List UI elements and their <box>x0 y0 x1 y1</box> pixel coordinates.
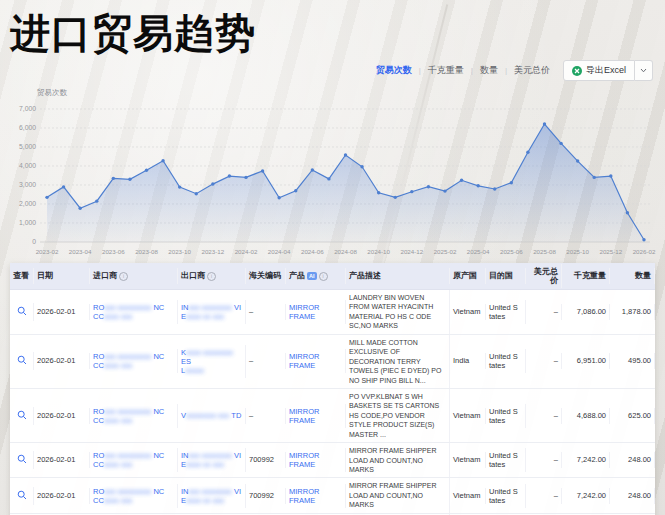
chart-data-point[interactable] <box>543 122 546 125</box>
product-cell[interactable]: MIRROR FRAME <box>286 300 346 324</box>
chart-data-point[interactable] <box>460 179 463 182</box>
magnifier-icon[interactable] <box>17 355 27 367</box>
col-header-product[interactable]: 产品AIi <box>286 268 346 284</box>
chart-data-point[interactable] <box>327 177 330 180</box>
chart-data-point[interactable] <box>62 185 65 188</box>
chart-data-point[interactable] <box>626 211 629 214</box>
redacted-text: xxxxxxxx xxx <box>186 411 231 420</box>
importer-cell[interactable]: ROxxx xxxxxxxxx NCCCxxxx xxx <box>90 300 178 324</box>
usd-total-cell: – <box>526 408 562 424</box>
col-header-date[interactable]: 日期 <box>34 268 90 284</box>
chart-data-point[interactable] <box>112 177 115 180</box>
magnifier-icon[interactable] <box>17 306 27 318</box>
magnifier-icon[interactable] <box>17 490 27 502</box>
magnifier-icon[interactable] <box>17 454 27 466</box>
table-row: 2026-02-01ROxxx xxxxxxxxx NCCCxxxx xxxVx… <box>10 389 655 443</box>
date-cell: 2026-02-01 <box>34 408 90 424</box>
x-axis-tick: 2025-02 <box>434 248 457 255</box>
col-header-hs-code[interactable]: 海关编码 <box>246 268 286 284</box>
exporter-cell[interactable]: INxxx xxxxxxxx VIExxxx xx xxx <box>178 448 246 472</box>
chart-data-point[interactable] <box>410 190 413 193</box>
chart-data-point[interactable] <box>642 238 645 241</box>
export-excel-button[interactable]: 导出Excel <box>563 60 635 81</box>
x-axis-tick: 2023-04 <box>69 248 92 255</box>
info-icon[interactable]: i <box>319 272 328 281</box>
exporter-cell[interactable]: INxxx xxxxxxxx VIExxxx xx xxx <box>178 300 246 324</box>
redacted-text: xxx xxxxxxxxx <box>104 451 153 460</box>
chart-data-point[interactable] <box>261 169 264 172</box>
chart-data-point[interactable] <box>228 174 231 177</box>
importer-cell[interactable]: ROxxx xxxxxxxxx NCCCxxxx xxx <box>90 484 178 508</box>
chart-data-point[interactable] <box>277 196 280 199</box>
chart-data-point[interactable] <box>161 159 164 162</box>
col-header-importer[interactable]: 进口商i <box>90 268 178 284</box>
exporter-cell[interactable]: INxxx xxxxxxxx VIExxxx xx xxx <box>178 484 246 508</box>
kg-weight-cell: 7,086.00 <box>562 304 610 320</box>
chart-data-point[interactable] <box>244 176 247 179</box>
chart-data-point[interactable] <box>609 174 612 177</box>
col-header-description[interactable]: 产品描述 <box>346 268 450 284</box>
col-header-quantity[interactable]: 数量 <box>610 268 655 284</box>
product-cell[interactable]: MIRROR FRAME <box>286 448 346 472</box>
company-text: NC <box>153 451 164 460</box>
importer-cell[interactable]: ROxxx xxxxxxxxx NCCCxxxx xxx <box>90 349 178 373</box>
exporter-cell[interactable]: Kxxxx xxxxxxxx ESLxxxxx <box>178 345 246 378</box>
chart-data-point[interactable] <box>576 159 579 162</box>
col-header-exporter[interactable]: 出口商i <box>178 268 246 284</box>
tab-usd-total[interactable]: 美元总价 <box>514 64 550 77</box>
magnifier-icon[interactable] <box>17 410 27 422</box>
product-cell[interactable]: MIRROR FRAME <box>286 404 346 428</box>
col-header-origin-country[interactable]: 原产国 <box>450 268 486 284</box>
product-cell[interactable]: MIRROR FRAME <box>286 484 346 508</box>
redacted-text: xxxx xx xxx <box>186 460 224 469</box>
chart-data-point[interactable] <box>95 199 98 202</box>
chart-data-point[interactable] <box>476 184 479 187</box>
trade-trend-chart[interactable]: 01,0002,0003,0004,0005,0006,0007,0002023… <box>0 85 665 263</box>
chart-data-point[interactable] <box>493 187 496 190</box>
chart-data-point[interactable] <box>344 153 347 156</box>
x-axis-tick: 2026-02 <box>633 248 656 255</box>
chart-data-point[interactable] <box>145 168 148 171</box>
redacted-text: xxx xxxxxxxxx <box>104 407 153 416</box>
chart-data-point[interactable] <box>394 196 397 199</box>
chart-data-point[interactable] <box>510 181 513 184</box>
tab-kg-weight[interactable]: 千克重量 <box>428 64 464 77</box>
chart-data-point[interactable] <box>128 178 131 181</box>
chart-data-point[interactable] <box>45 196 48 199</box>
importer-cell[interactable]: ROxxx xxxxxxxxx NCCCxxxx xxx <box>90 404 178 428</box>
export-dropdown-button[interactable] <box>635 60 653 81</box>
chart-data-point[interactable] <box>211 182 214 185</box>
chart-data-point[interactable] <box>443 189 446 192</box>
exporter-cell[interactable]: Vxxxxxxxx xxx TD <box>178 408 246 424</box>
chart-data-point[interactable] <box>311 168 314 171</box>
redacted-text: xxxx xxxxxxxx <box>186 348 233 357</box>
chart-data-point[interactable] <box>360 165 363 168</box>
date-cell: 2026-02-01 <box>34 452 90 468</box>
col-header-kg-weight[interactable]: 千克重量 <box>562 268 610 284</box>
origin-country-cell: India <box>450 353 486 369</box>
tab-quantity[interactable]: 数量 <box>480 64 498 77</box>
product-cell[interactable]: MIRROR FRAME <box>286 349 346 373</box>
chart-data-point[interactable] <box>427 185 430 188</box>
chart-data-point[interactable] <box>526 151 529 154</box>
chart-data-point[interactable] <box>78 206 81 209</box>
chart-data-point[interactable] <box>559 142 562 145</box>
tab-trade-count[interactable]: 贸易次数 <box>376 64 412 77</box>
chart-data-point[interactable] <box>195 192 198 195</box>
quantity-cell: 248.00 <box>610 452 655 468</box>
chart-data-point[interactable] <box>593 176 596 179</box>
description-cell: MIRROR FRAME SHIPPER LOAD AND COUNT,NO M… <box>346 478 450 512</box>
company-text: VI <box>234 451 241 460</box>
chart-data-point[interactable] <box>377 191 380 194</box>
col-header-view[interactable]: 查看 <box>10 268 34 284</box>
chart-data-point[interactable] <box>294 189 297 192</box>
view-cell <box>10 451 34 469</box>
info-icon[interactable]: i <box>119 272 128 281</box>
quantity-cell: 1,878.00 <box>610 304 655 320</box>
importer-cell[interactable]: ROxxx xxxxxxxxx NCCCxxxx xxx <box>90 448 178 472</box>
info-icon[interactable]: i <box>207 272 216 281</box>
company-text: RO <box>93 487 104 496</box>
col-header-dest-country[interactable]: 目的国 <box>486 268 526 284</box>
chart-data-point[interactable] <box>178 185 181 188</box>
col-header-usd-total[interactable]: 美元总价 <box>526 264 562 288</box>
